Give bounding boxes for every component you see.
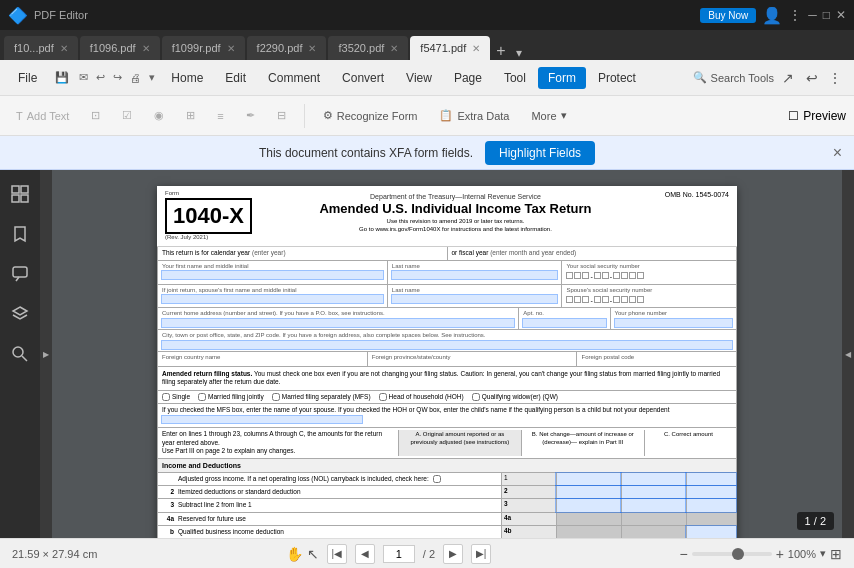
zoom-slider[interactable] <box>692 552 772 556</box>
layers-panel-btn[interactable] <box>4 298 36 330</box>
row-2-col-a[interactable] <box>556 486 621 498</box>
tab-f10[interactable]: f10...pdf ✕ <box>4 36 78 60</box>
row-4b-col-c[interactable] <box>686 526 736 538</box>
mfs-note-field[interactable] <box>162 416 362 423</box>
row-1-col-a[interactable] <box>556 473 621 485</box>
checkbox-single[interactable]: Single <box>162 393 190 401</box>
row-1-col-c[interactable] <box>686 473 736 485</box>
email-icon[interactable]: ✉ <box>75 71 92 84</box>
next-page-btn[interactable]: ▶ <box>443 544 463 564</box>
menu-tool[interactable]: Tool <box>494 67 536 89</box>
menu-page[interactable]: Page <box>444 67 492 89</box>
row-2-col-c[interactable] <box>686 486 736 498</box>
add-text-btn[interactable]: T Add Text <box>8 106 77 126</box>
tab-close-f5471[interactable]: ✕ <box>472 43 480 54</box>
menu-form[interactable]: Form <box>538 67 586 89</box>
user-icon[interactable]: 👤 <box>762 6 782 25</box>
zoom-in-btn[interactable]: + <box>776 546 784 562</box>
undo2-icon[interactable]: ↩ <box>802 70 822 86</box>
ssn-box[interactable] <box>594 296 601 303</box>
comment-panel-btn[interactable] <box>4 258 36 290</box>
apt-field[interactable] <box>523 319 605 327</box>
fit-page-btn[interactable]: ⊞ <box>830 546 842 562</box>
menu-protect[interactable]: Protect <box>588 67 646 89</box>
ssn-box[interactable] <box>637 272 644 279</box>
row-3-col-b[interactable] <box>621 499 686 511</box>
sign-btn[interactable]: ✒ <box>238 105 263 126</box>
tab-f1099r[interactable]: f1099r.pdf ✕ <box>162 36 245 60</box>
checkbox-hoh-input[interactable] <box>379 393 387 401</box>
combo-btn[interactable]: ⊞ <box>178 105 203 126</box>
spouse-lastname-field[interactable] <box>392 295 558 303</box>
last-name-field[interactable] <box>392 271 558 279</box>
tab-close-f1096[interactable]: ✕ <box>142 43 150 54</box>
maximize-btn[interactable]: □ <box>823 8 830 22</box>
nol-checkbox[interactable] <box>433 475 441 483</box>
tab-f5471[interactable]: f5471.pdf ✕ <box>410 36 490 60</box>
recognize-form-btn[interactable]: ⚙ Recognize Form <box>315 105 426 126</box>
cursor-tool-icon[interactable]: ↖ <box>307 546 319 562</box>
row-1-col-b[interactable] <box>621 473 686 485</box>
ssn-box[interactable] <box>594 272 601 279</box>
tab-f1096[interactable]: f1096.pdf ✕ <box>80 36 160 60</box>
menu-file[interactable]: File <box>8 67 47 89</box>
select-btn[interactable]: ⊡ <box>83 105 108 126</box>
address-field[interactable] <box>162 319 514 327</box>
list-btn[interactable]: ≡ <box>209 106 231 126</box>
ssn-box[interactable] <box>613 272 620 279</box>
row-3-col-c[interactable] <box>686 499 736 511</box>
save-icon[interactable]: 💾 <box>49 71 75 84</box>
buy-now-btn[interactable]: Buy Now <box>700 8 756 23</box>
highlight-fields-btn[interactable]: Highlight Fields <box>485 141 595 165</box>
page-number-input[interactable] <box>383 545 415 563</box>
tab-close-f3520[interactable]: ✕ <box>390 43 398 54</box>
dropdown-icon[interactable]: ▾ <box>145 71 159 84</box>
redo-icon[interactable]: ↪ <box>109 71 126 84</box>
ssn-box[interactable] <box>574 296 581 303</box>
menu-home[interactable]: Home <box>161 67 213 89</box>
radio-btn[interactable]: ◉ <box>146 105 172 126</box>
notification-close-btn[interactable]: × <box>833 144 842 162</box>
first-name-field[interactable] <box>162 271 383 279</box>
tab-close-f1099r[interactable]: ✕ <box>227 43 235 54</box>
new-tab-btn[interactable]: + <box>492 42 509 60</box>
checkbox-qw-input[interactable] <box>472 393 480 401</box>
extra-data-btn[interactable]: 📋 Extra Data <box>431 105 517 126</box>
checkbox-btn[interactable]: ☑ <box>114 105 140 126</box>
ssn-box[interactable] <box>566 296 573 303</box>
ssn-box[interactable] <box>621 296 628 303</box>
checkbox-qw[interactable]: Qualifying widow(er) (QW) <box>472 393 558 401</box>
ssn-box[interactable] <box>629 296 636 303</box>
bookmark-panel-btn[interactable] <box>4 218 36 250</box>
zoom-dropdown-icon[interactable]: ▾ <box>820 547 826 560</box>
ssn-box[interactable] <box>566 272 573 279</box>
city-field[interactable] <box>162 341 732 349</box>
tab-close-f10[interactable]: ✕ <box>60 43 68 54</box>
prev-page-btn[interactable]: ◀ <box>355 544 375 564</box>
last-page-btn[interactable]: ▶| <box>471 544 491 564</box>
more-icon[interactable]: ⋮ <box>824 70 846 86</box>
more-btn[interactable]: More ▾ <box>523 105 574 126</box>
row-2-col-b[interactable] <box>621 486 686 498</box>
search-area[interactable]: 🔍 Search Tools <box>693 71 774 84</box>
menu-comment[interactable]: Comment <box>258 67 330 89</box>
tab-f2290[interactable]: f2290.pdf ✕ <box>247 36 327 60</box>
first-page-btn[interactable]: |◀ <box>327 544 347 564</box>
print-icon[interactable]: 🖨 <box>126 72 145 84</box>
checkbox-mfj[interactable]: Married filing jointly <box>198 393 264 401</box>
menu-convert[interactable]: Convert <box>332 67 394 89</box>
menu-dots-icon[interactable]: ⋮ <box>788 7 802 23</box>
hand-tool-icon[interactable]: ✋ <box>286 546 303 562</box>
menu-view[interactable]: View <box>396 67 442 89</box>
ssn-box[interactable] <box>602 296 609 303</box>
checkbox-mfj-input[interactable] <box>198 393 206 401</box>
menu-edit[interactable]: Edit <box>215 67 256 89</box>
checkbox-hoh[interactable]: Head of household (HOH) <box>379 393 464 401</box>
undo-icon[interactable]: ↩ <box>92 71 109 84</box>
left-panel-toggle[interactable]: ▶ <box>40 170 52 538</box>
right-panel-toggle[interactable]: ◀ <box>842 170 854 538</box>
barcode-btn[interactable]: ⊟ <box>269 105 294 126</box>
checkbox-single-input[interactable] <box>162 393 170 401</box>
checkbox-mfs[interactable]: Married filing separately (MFS) <box>272 393 371 401</box>
tab-dropdown-icon[interactable]: ▾ <box>512 46 526 60</box>
